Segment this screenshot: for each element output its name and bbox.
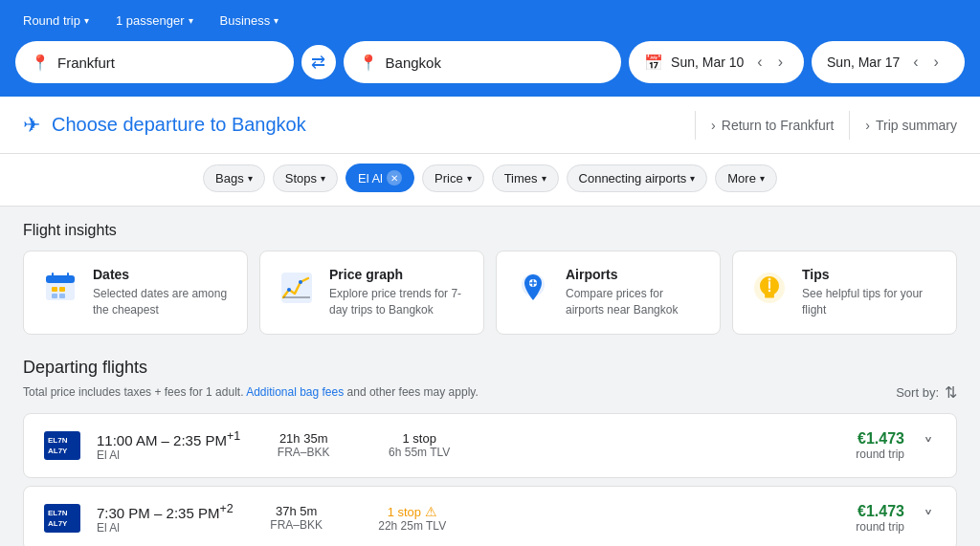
flight-1-trip-type: round trip — [856, 448, 904, 461]
warning-icon: ⚠ — [425, 504, 437, 519]
dates-insight-card[interactable]: Dates Selected dates are among the cheap… — [23, 251, 248, 335]
dates-card-title: Dates — [93, 267, 232, 282]
calendar-icon: 📅 — [644, 54, 663, 72]
passengers-button[interactable]: 1 passenger ▾ — [108, 10, 201, 32]
destination-field[interactable]: 📍 — [344, 41, 622, 83]
filter-bar: Bags ▾ Stops ▾ El Al ✕ Price ▾ Times ▾ C… — [0, 154, 980, 207]
search-row: 📍 ⇄ 📍 📅 Sun, Mar 10 ‹ › Sun, Mar 17 ‹ › — [15, 41, 965, 83]
stops-filter[interactable]: Stops ▾ — [273, 164, 338, 192]
price-filter[interactable]: Price ▾ — [422, 164, 484, 192]
insights-grid: Dates Selected dates are among the cheap… — [23, 251, 957, 335]
summary-arrow: › — [865, 118, 870, 133]
outbound-date-field[interactable]: 📅 Sun, Mar 10 ‹ › — [629, 41, 804, 83]
elal-filter-label: El Al — [358, 171, 383, 186]
sort-label: Sort by: — [896, 385, 939, 400]
price-graph-card-title: Price graph — [329, 267, 468, 282]
return-prev-button[interactable]: ‹ — [907, 52, 924, 73]
airports-icon — [512, 267, 554, 309]
svg-rect-1 — [46, 275, 75, 283]
flight-time: 11:00 AM – 2:35 PM+1 El Al — [97, 429, 240, 462]
flight-2-stops: 1 stop ⚠ — [360, 504, 465, 519]
price-chevron: ▾ — [467, 173, 472, 184]
price-graph-icon — [276, 267, 318, 309]
subtitle-suffix: and other fees may apply. — [347, 385, 479, 399]
sort-button[interactable]: ⇅ — [945, 383, 957, 402]
return-next-button[interactable]: › — [928, 52, 945, 73]
airline-logo: EL7N AL7Y — [43, 503, 81, 534]
bags-filter-label: Bags — [215, 171, 244, 186]
origin-input[interactable] — [57, 55, 278, 71]
flight-stops: 1 stop ⚠ 22h 25m TLV — [360, 504, 465, 533]
sort-by: Sort by: ⇅ — [896, 383, 957, 402]
price-graph-insight-card[interactable]: Price graph Explore price trends for 7-d… — [259, 251, 484, 335]
summary-link-label: Trip summary — [876, 118, 957, 133]
flight-price: €1.473 round trip — [856, 430, 904, 461]
swap-button[interactable]: ⇄ — [301, 45, 336, 79]
dates-icon — [39, 267, 81, 309]
flight-duration: 21h 35m FRA–BKK — [256, 431, 351, 459]
flight-row[interactable]: EL7N AL7Y 7:30 PM – 2:35 PM+2 El Al 37h … — [23, 486, 957, 546]
stops-filter-label: Stops — [285, 171, 317, 186]
return-date-field[interactable]: Sun, Mar 17 ‹ › — [812, 41, 965, 83]
summary-link[interactable]: › Trip summary — [865, 118, 957, 133]
price-filter-label: Price — [434, 171, 463, 186]
outbound-next-button[interactable]: › — [772, 52, 789, 73]
tips-insight-card[interactable]: Tips See helpful tips for your flight — [732, 251, 957, 335]
connecting-chevron: ▾ — [690, 173, 695, 184]
svg-rect-5 — [59, 294, 65, 298]
bags-chevron: ▾ — [248, 173, 253, 184]
price-graph-insight-text: Price graph Explore price trends for 7-d… — [329, 267, 468, 318]
main-content: Flight insights Dates Selected dates are… — [0, 207, 980, 546]
step-divider-2 — [849, 111, 850, 140]
svg-rect-3 — [59, 287, 65, 292]
flight-2-time: 7:30 PM – 2:35 PM — [97, 505, 219, 521]
airports-card-title: Airports — [566, 267, 704, 282]
flight-1-time: 11:00 AM – 2:35 PM — [97, 432, 227, 448]
cabin-chevron: ▾ — [274, 15, 278, 26]
elal-filter[interactable]: El Al ✕ — [345, 164, 414, 192]
subtitle-prefix: Total price includes taxes + fees for 1 … — [23, 385, 243, 399]
bags-filter[interactable]: Bags ▾ — [203, 164, 265, 192]
times-filter[interactable]: Times ▾ — [492, 164, 559, 192]
svg-rect-15 — [765, 295, 774, 298]
expand-flight-1-button[interactable]: ˅ — [920, 430, 937, 461]
flight-2-airline: El Al — [97, 521, 234, 535]
destination-input[interactable] — [386, 55, 607, 71]
flight-1-airline: El Al — [97, 448, 240, 462]
tips-card-desc: See helpful tips for your flight — [802, 286, 941, 318]
round-trip-button[interactable]: Round trip ▾ — [15, 10, 97, 32]
cabin-class-label: Business — [220, 13, 271, 28]
svg-point-17 — [768, 290, 770, 292]
stops-chevron: ▾ — [321, 173, 325, 184]
elal-close-icon[interactable]: ✕ — [387, 170, 402, 186]
bag-fees-link[interactable]: Additional bag fees — [246, 385, 344, 399]
flight-2-route: FRA–BKK — [249, 518, 345, 532]
flight-1-price: €1.473 — [856, 430, 904, 448]
round-trip-chevron: ▾ — [84, 15, 89, 26]
cabin-class-button[interactable]: Business ▾ — [212, 10, 287, 32]
flight-row[interactable]: EL7N AL7Y 11:00 AM – 2:35 PM+1 El Al 21h… — [23, 413, 957, 478]
flight-stops: 1 stop 6h 55m TLV — [367, 431, 472, 459]
return-date: Sun, Mar 17 — [827, 55, 900, 70]
svg-text:AL7Y: AL7Y — [48, 519, 68, 528]
times-chevron: ▾ — [542, 173, 546, 184]
svg-text:AL7Y: AL7Y — [48, 447, 68, 455]
origin-field[interactable]: 📍 — [15, 41, 294, 83]
more-filter[interactable]: More ▾ — [715, 164, 777, 192]
return-link[interactable]: › Return to Frankfurt — [711, 118, 834, 133]
airports-insight-card[interactable]: Airports Compare prices for airports nea… — [496, 251, 721, 335]
return-date-nav: ‹ › — [907, 52, 945, 73]
round-trip-label: Round trip — [23, 13, 80, 28]
airports-card-desc: Compare prices for airports near Bangkok — [566, 286, 704, 318]
flight-1-duration: 21h 35m — [256, 431, 351, 446]
airline-logo: EL7N AL7Y — [43, 430, 81, 461]
outbound-prev-button[interactable]: ‹ — [751, 52, 768, 73]
departure-arrival-time: 11:00 AM – 2:35 PM+1 — [97, 429, 240, 448]
step-title: Choose departure to Bangkok — [52, 114, 679, 136]
price-graph-card-desc: Explore price trends for 7-day trips to … — [329, 286, 468, 318]
tips-icon — [748, 267, 791, 309]
flight-time: 7:30 PM – 2:35 PM+2 El Al — [97, 502, 234, 535]
svg-text:EL7N: EL7N — [48, 436, 68, 445]
connecting-airports-filter[interactable]: Connecting airports ▾ — [567, 164, 708, 192]
expand-flight-2-button[interactable]: ˅ — [920, 503, 937, 534]
